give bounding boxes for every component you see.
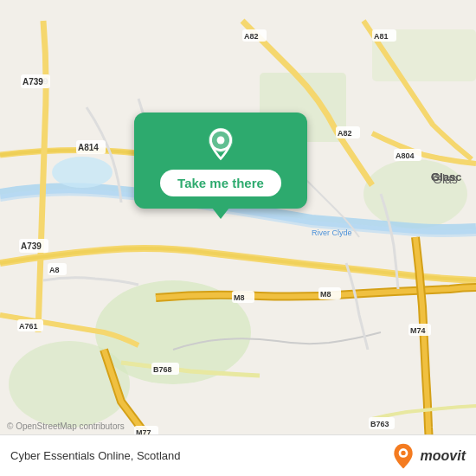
svg-text:A739: A739 bbox=[23, 77, 43, 87]
svg-text:Glas: Glas bbox=[433, 172, 458, 186]
location-pin-icon bbox=[203, 126, 238, 161]
svg-text:M8: M8 bbox=[320, 290, 331, 299]
svg-point-44 bbox=[217, 137, 225, 145]
svg-text:B768: B768 bbox=[153, 365, 172, 374]
svg-text:A82: A82 bbox=[338, 129, 352, 138]
svg-text:A8: A8 bbox=[49, 266, 60, 274]
location-info: Cyber Essentials Online, Scotland bbox=[10, 449, 181, 462]
svg-text:A804: A804 bbox=[396, 151, 415, 160]
location-name: Cyber Essentials Online, Scotland bbox=[10, 449, 181, 462]
moovit-brand-icon bbox=[389, 442, 417, 470]
svg-point-7 bbox=[52, 157, 113, 188]
svg-text:A761: A761 bbox=[19, 322, 38, 331]
svg-text:River Clyde: River Clyde bbox=[312, 228, 352, 237]
svg-text:M8: M8 bbox=[234, 293, 245, 302]
svg-text:A739: A739 bbox=[21, 241, 42, 251]
info-bar: Cyber Essentials Online, Scotland moovit bbox=[0, 434, 476, 476]
svg-text:B763: B763 bbox=[370, 420, 389, 428]
map-roads: River Clyde bbox=[0, 0, 476, 476]
map-container: River Clyde bbox=[0, 0, 476, 476]
svg-text:M74: M74 bbox=[410, 326, 426, 335]
map-attribution: © OpenStreetMap contributors bbox=[7, 421, 125, 431]
moovit-logo: moovit bbox=[389, 442, 466, 470]
svg-text:A82: A82 bbox=[244, 32, 259, 41]
moovit-brand-name: moovit bbox=[421, 448, 466, 464]
svg-text:A814: A814 bbox=[78, 143, 99, 152]
location-card: Take me there bbox=[134, 113, 307, 209]
svg-point-5 bbox=[363, 159, 467, 228]
take-me-there-button[interactable]: Take me there bbox=[160, 170, 281, 196]
svg-point-46 bbox=[401, 450, 405, 454]
svg-text:A81: A81 bbox=[374, 32, 389, 41]
